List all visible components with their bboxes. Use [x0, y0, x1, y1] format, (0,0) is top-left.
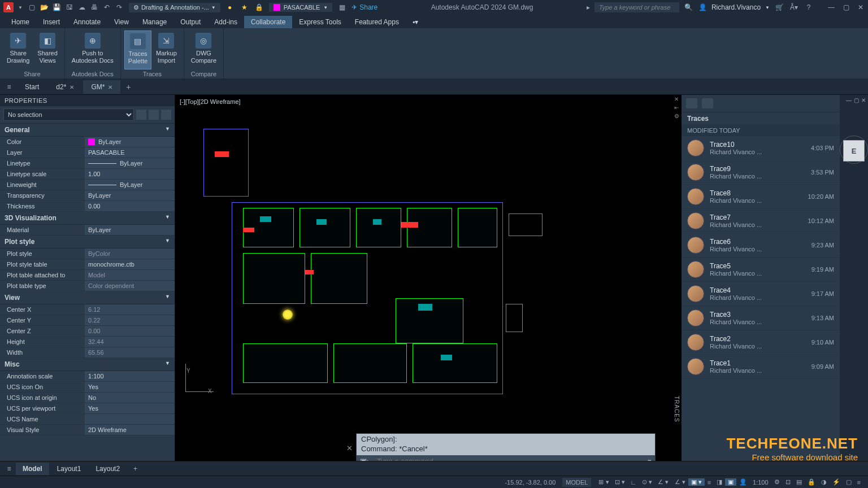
web-mobile-icon[interactable]: ☁ [77, 2, 87, 12]
property-value[interactable]: Yes [85, 382, 175, 392]
property-value[interactable]: Yes [85, 403, 175, 413]
traces-settings-icon[interactable] [702, 98, 713, 108]
trace-item[interactable]: Trace7 Richard Vivanco ... 10:12 AM [682, 209, 840, 233]
open-icon[interactable]: 📂 [40, 2, 50, 12]
trace-item[interactable]: Trace2 Richard Vivanco ... 9:10 AM [682, 330, 840, 355]
tab-collaborate[interactable]: Collaborate [244, 16, 292, 28]
property-value[interactable]: ByLayer [85, 158, 175, 168]
trace-item[interactable]: Trace9 Richard Vivanco ... 3:53 PM [682, 160, 840, 185]
doc-tab-gm[interactable]: GM*✕ [83, 80, 120, 94]
property-row[interactable]: Visual Style2D Wireframe [0, 425, 175, 435]
panel-minimize-icon[interactable]: — [846, 97, 852, 103]
toggle-pickadd-icon[interactable] [161, 110, 171, 120]
customize-icon[interactable]: ≡ [854, 479, 863, 486]
property-row[interactable]: UCS icon at originNo [0, 393, 175, 403]
help-icon[interactable]: ? [804, 2, 814, 12]
markup-import-button[interactable]: ⇲Markup Import [153, 30, 180, 69]
property-value[interactable]: ByColor [85, 249, 175, 259]
quick-select-icon[interactable] [136, 110, 146, 120]
lock-ui-icon[interactable]: 🔒 [805, 478, 818, 486]
otrack-toggle-icon[interactable]: ∠ ▾ [672, 478, 688, 486]
property-value[interactable]: PASACABLE [85, 147, 175, 158]
lineweight-toggle-icon[interactable]: ≡ [705, 479, 714, 486]
property-row[interactable]: Center Y0.22 [0, 315, 175, 326]
annotation-scale-icon[interactable]: 👤 [736, 478, 750, 486]
workspace-selector[interactable]: ⚙ Drafting & Annotation -... ▼ [129, 3, 220, 12]
property-value[interactable]: ByLayer [85, 180, 175, 190]
undo-icon[interactable]: ↶ [102, 2, 112, 12]
layout-tab-model[interactable]: Model [16, 463, 49, 475]
property-row[interactable]: Linetype scale1.00 [0, 169, 175, 180]
bulb-icon[interactable]: ● [225, 2, 235, 12]
new-tab-button[interactable]: + [121, 82, 135, 91]
tab-manage[interactable]: Manage [136, 16, 173, 28]
property-value[interactable] [85, 414, 175, 424]
close-icon[interactable]: ✕ [70, 84, 74, 90]
property-row[interactable]: UCS Name [0, 414, 175, 425]
property-row[interactable]: Plot table typeColor dependent [0, 281, 175, 291]
property-value[interactable]: 0.00 [85, 326, 175, 336]
property-value[interactable]: Color dependent [85, 281, 175, 291]
drawing-canvas[interactable]: [-][Top][2D Wireframe] [175, 95, 682, 468]
doc-tabs-menu-icon[interactable]: ≡ [2, 83, 16, 91]
ortho-toggle-icon[interactable]: ∟ [628, 479, 640, 486]
trace-item[interactable]: Trace3 Richard Vivanco ... 9:13 AM [682, 306, 840, 330]
properties-body[interactable]: General▼ColorByLayerLayerPASACABLELinety… [0, 124, 175, 468]
tab-insert[interactable]: Insert [36, 16, 67, 28]
units-icon[interactable]: ⊡ [783, 478, 793, 486]
property-value[interactable]: ByLayer [85, 190, 175, 201]
property-category-header[interactable]: View▼ [0, 291, 175, 304]
app-menu-arrow-icon[interactable]: ▼ [18, 5, 23, 10]
grid-icon[interactable]: ▦ [337, 2, 347, 12]
share-button[interactable]: ✈ Share [351, 3, 377, 11]
property-value[interactable]: ByLayer [85, 137, 175, 147]
property-row[interactable]: UCS icon OnYes [0, 382, 175, 393]
cmd-close-icon[interactable]: ✕ [346, 444, 353, 452]
hardware-accel-icon[interactable]: ⚡ [830, 478, 843, 486]
property-row[interactable]: LinetypeByLayer [0, 158, 175, 169]
redo-icon[interactable]: ↷ [114, 2, 124, 12]
new-layout-button[interactable]: + [128, 463, 143, 475]
property-row[interactable]: TransparencyByLayer [0, 190, 175, 201]
property-row[interactable]: Width65.56 [0, 347, 175, 358]
property-row[interactable]: ColorByLayer [0, 137, 175, 147]
clean-screen-icon[interactable]: ▢ [843, 478, 854, 486]
property-row[interactable]: MaterialByLayer [0, 225, 175, 236]
panel-pin-icon[interactable]: ⇤ [671, 104, 682, 111]
trace-item[interactable]: Trace6 Richard Vivanco ... 9:23 AM [682, 233, 840, 258]
panel-close-icon[interactable]: ✕ [671, 96, 682, 102]
property-row[interactable]: LineweightByLayer [0, 180, 175, 190]
property-category-header[interactable]: Misc▼ [0, 358, 175, 371]
layout-menu-icon[interactable]: ≡ [3, 465, 15, 473]
coordinates-readout[interactable]: -15.92, -3.82, 0.00 [505, 479, 555, 486]
property-row[interactable]: Center Z0.00 [0, 326, 175, 337]
transparency-toggle-icon[interactable]: ◨ [714, 478, 725, 486]
property-value[interactable]: ByLayer [85, 225, 175, 235]
panel-settings-icon[interactable]: ⚙ [671, 113, 682, 119]
search-caret-icon[interactable]: ▸ [587, 3, 590, 11]
close-icon[interactable]: ✕ [108, 84, 112, 90]
tab-home[interactable]: Home [5, 16, 36, 28]
grid-toggle-icon[interactable]: ⊞ ▾ [596, 478, 611, 486]
minimize-button[interactable]: — [827, 3, 835, 11]
push-to-docs-button[interactable]: ⊕Push to Autodesk Docs [68, 30, 117, 69]
trace-item[interactable]: Trace10 Richard Vivanco ... 4:03 PM [682, 136, 840, 160]
share-drawing-button[interactable]: ✈Share Drawing [3, 30, 33, 69]
doc-tab-start[interactable]: Start [17, 80, 47, 94]
osnap-toggle-icon[interactable]: ▣ ▾ [688, 478, 705, 486]
property-category-header[interactable]: General▼ [0, 124, 175, 137]
property-row[interactable]: Plot style tablemonochrome.ctb [0, 259, 175, 270]
viewcube[interactable]: E [843, 140, 865, 162]
property-value[interactable]: 6.12 [85, 304, 175, 315]
trace-item[interactable]: Trace5 Richard Vivanco ... 9:19 AM [682, 258, 840, 282]
property-row[interactable]: Center X6.12 [0, 304, 175, 315]
polar-toggle-icon[interactable]: ⊙ ▾ [639, 478, 655, 486]
maximize-button[interactable]: ▢ [842, 3, 850, 11]
star-icon[interactable]: ★ [240, 2, 250, 12]
tab-extra-icon[interactable]: ▪▾ [406, 16, 425, 28]
save-icon[interactable]: 💾 [52, 2, 62, 12]
property-value[interactable]: 32.44 [85, 337, 175, 347]
property-value[interactable]: 65.56 [85, 347, 175, 358]
tab-express-tools[interactable]: Express Tools [292, 16, 348, 28]
selection-dropdown[interactable]: No selection [3, 108, 134, 121]
